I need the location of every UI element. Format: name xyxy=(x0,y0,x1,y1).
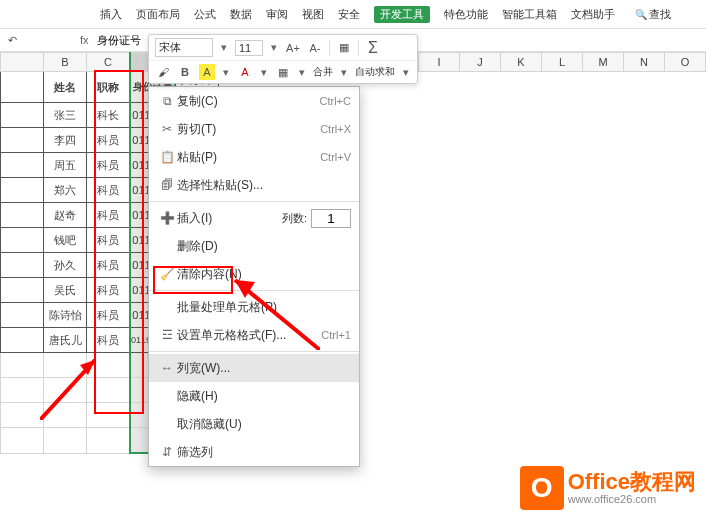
tab-formula[interactable]: 公式 xyxy=(194,7,216,22)
undo-icon[interactable]: ↶ xyxy=(4,32,20,48)
menu-copy[interactable]: ⧉复制(C)Ctrl+C xyxy=(149,87,359,115)
font-family-dd-icon[interactable]: ▾ xyxy=(219,41,229,54)
mini-toolbar: 宋体▾ 11▾ A+ A- ▦ Σ 🖌 B A▾ A▾ ▦▾ 合并▾ 自动求和▾ xyxy=(148,34,418,84)
hdr-name: 姓名 xyxy=(44,72,87,103)
col-J[interactable]: J xyxy=(460,53,501,72)
tab-security[interactable]: 安全 xyxy=(338,7,360,22)
menu-cut[interactable]: ✂剪切(T)Ctrl+X xyxy=(149,115,359,143)
increase-font-icon[interactable]: A+ xyxy=(285,40,301,56)
ribbon-tabs: 插入 页面布局 公式 数据 审阅 视图 安全 开发工具 特色功能 智能工具箱 文… xyxy=(0,0,706,29)
col-I[interactable]: I xyxy=(419,53,460,72)
cell[interactable]: 钱吧 xyxy=(44,228,87,253)
menu-unhide[interactable]: 取消隐藏(U) xyxy=(149,410,359,438)
cell[interactable]: 周五 xyxy=(44,153,87,178)
search-box[interactable]: 查找 xyxy=(635,7,671,22)
col-C[interactable]: C xyxy=(87,53,131,72)
decrease-font-icon[interactable]: A- xyxy=(307,40,323,56)
menu-column-width[interactable]: ↔列宽(W)... xyxy=(149,354,359,382)
font-color-icon[interactable]: A xyxy=(237,64,253,80)
cell[interactable]: 科员 xyxy=(87,178,131,203)
menu-filter-col[interactable]: ⇵筛选列 xyxy=(149,438,359,466)
filter-icon: ⇵ xyxy=(157,445,177,459)
highlight-icon[interactable]: A xyxy=(199,64,215,80)
cell[interactable]: 科长 xyxy=(87,103,131,128)
cell[interactable]: 赵奇 xyxy=(44,203,87,228)
tab-insert[interactable]: 插入 xyxy=(100,7,122,22)
merge-label[interactable]: 合并 xyxy=(313,65,333,79)
cell[interactable]: 科员 xyxy=(87,203,131,228)
cell[interactable]: 科员 xyxy=(87,128,131,153)
paste-icon: 📋 xyxy=(157,150,177,164)
col-N[interactable]: N xyxy=(624,53,665,72)
cell[interactable]: 科员 xyxy=(87,328,131,353)
cell[interactable]: 唐氏儿 xyxy=(44,328,87,353)
tab-developer[interactable]: 开发工具 xyxy=(374,6,430,23)
col-K[interactable]: K xyxy=(501,53,542,72)
clear-icon: 🧹 xyxy=(157,267,177,281)
cell[interactable]: 科员 xyxy=(87,228,131,253)
paste-special-icon: 🗐 xyxy=(157,178,177,192)
insert-col-count[interactable] xyxy=(311,209,351,228)
cell[interactable]: 吴氏 xyxy=(44,278,87,303)
bold-icon[interactable]: B xyxy=(177,64,193,80)
hdr-title: 职称 xyxy=(87,72,131,103)
format-icon: ☲ xyxy=(157,328,177,342)
watermark-url: www.office26.com xyxy=(568,493,696,505)
tab-view[interactable]: 视图 xyxy=(302,7,324,22)
cell[interactable]: 孙久 xyxy=(44,253,87,278)
col-O[interactable]: O xyxy=(665,53,706,72)
tab-dochelper[interactable]: 文档助手 xyxy=(571,7,615,22)
menu-clear[interactable]: 🧹清除内容(N) xyxy=(149,260,359,288)
font-family-select[interactable]: 宋体 xyxy=(155,38,213,57)
cell[interactable]: 科员 xyxy=(87,153,131,178)
tab-review[interactable]: 审阅 xyxy=(266,7,288,22)
cell[interactable]: 郑六 xyxy=(44,178,87,203)
cell[interactable]: 科员 xyxy=(87,278,131,303)
cell[interactable]: 李四 xyxy=(44,128,87,153)
format-painter-icon[interactable]: 🖌 xyxy=(155,64,171,80)
tab-data[interactable]: 数据 xyxy=(230,7,252,22)
watermark-title: Office教程网 xyxy=(568,471,696,493)
menu-format-cells[interactable]: ☲设置单元格格式(F)...Ctrl+1 xyxy=(149,321,359,349)
menu-paste[interactable]: 📋粘贴(P)Ctrl+V xyxy=(149,143,359,171)
cell[interactable]: 陈诗怡 xyxy=(44,303,87,328)
autosum-label[interactable]: 自动求和 xyxy=(355,65,395,79)
copy-icon: ⧉ xyxy=(157,94,177,108)
tab-layout[interactable]: 页面布局 xyxy=(136,7,180,22)
cell[interactable]: 科员 xyxy=(87,303,131,328)
menu-delete[interactable]: 删除(D) xyxy=(149,232,359,260)
autosum-icon[interactable]: Σ xyxy=(365,40,381,56)
tab-smart[interactable]: 智能工具箱 xyxy=(502,7,557,22)
menu-batch[interactable]: 批量处理单元格(P) xyxy=(149,293,359,321)
font-size-select[interactable]: 11 xyxy=(235,40,263,56)
tab-feature[interactable]: 特色功能 xyxy=(444,7,488,22)
menu-insert[interactable]: ➕插入(I)列数: xyxy=(149,204,359,232)
watermark: O Office教程网 www.office26.com xyxy=(520,466,696,510)
fx-label[interactable]: fx xyxy=(80,34,89,46)
font-size-dd-icon[interactable]: ▾ xyxy=(269,41,279,54)
col-L[interactable]: L xyxy=(542,53,583,72)
context-menu: ⧉复制(C)Ctrl+C ✂剪切(T)Ctrl+X 📋粘贴(P)Ctrl+V 🗐… xyxy=(148,86,360,467)
watermark-logo-icon: O xyxy=(520,466,564,510)
colwidth-icon: ↔ xyxy=(157,361,177,375)
menu-paste-special[interactable]: 🗐选择性粘贴(S)... xyxy=(149,171,359,199)
cell[interactable]: 张三 xyxy=(44,103,87,128)
insert-icon: ➕ xyxy=(157,211,177,225)
menu-hide[interactable]: 隐藏(H) xyxy=(149,382,359,410)
col-M[interactable]: M xyxy=(583,53,624,72)
cell[interactable]: 科员 xyxy=(87,253,131,278)
merge-icon[interactable]: ▦ xyxy=(336,40,352,56)
col-B[interactable]: B xyxy=(44,53,87,72)
cut-icon: ✂ xyxy=(157,122,177,136)
border-icon[interactable]: ▦ xyxy=(275,64,291,80)
